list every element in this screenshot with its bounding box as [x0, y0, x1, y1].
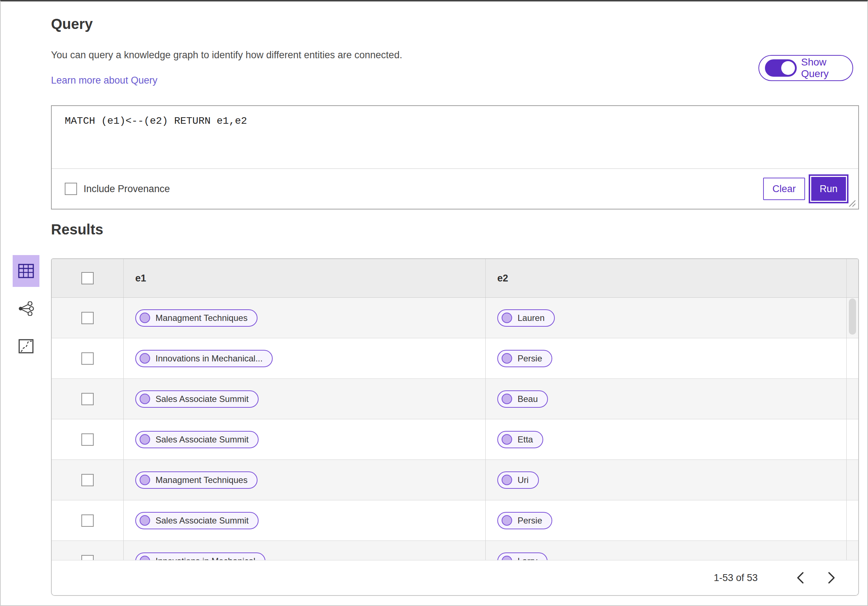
entity-node-icon [502, 353, 512, 364]
entity-pill[interactable]: Larry [497, 552, 547, 560]
next-page-button[interactable] [823, 570, 839, 586]
table-row: Sales Associate Summit Etta [52, 419, 858, 460]
column-header-e1: e1 [135, 273, 146, 284]
graph-view-button[interactable] [12, 293, 39, 325]
entity-pill[interactable]: Innovations in Mechanical [135, 552, 265, 560]
table-header-row: e1 e2 [52, 259, 858, 298]
graph-view-icon [18, 301, 34, 316]
entity-node-icon [140, 515, 150, 526]
entity-pill[interactable]: Innovations in Mechanical... [135, 350, 273, 367]
scrollbar-thumb[interactable] [849, 298, 856, 335]
entity-node-icon [502, 475, 512, 485]
entity-pill[interactable]: Beau [497, 390, 548, 408]
pagination-bar: 1-53 of 53 [52, 560, 858, 595]
query-panel: MATCH (e1)<--(e2) RETURN e1,e2 Include P… [51, 105, 859, 210]
entity-node-icon [140, 434, 150, 444]
include-provenance-label: Include Provenance [84, 183, 170, 195]
entity-node-icon [502, 515, 512, 526]
query-description: You can query a knowledge graph to ident… [51, 50, 402, 61]
query-toolbar: Include Provenance Clear Run [52, 169, 858, 209]
table-view-button[interactable] [12, 255, 39, 287]
query-input[interactable]: MATCH (e1)<--(e2) RETURN e1,e2 [52, 106, 858, 169]
table-row: Managment Techniques Lauren [52, 298, 858, 338]
run-button[interactable]: Run [810, 176, 847, 202]
entity-pill[interactable]: Uri [497, 471, 539, 489]
results-table: e1 e2 Managment Techniques Lauren Innova… [51, 258, 859, 596]
entity-pill[interactable]: Etta [497, 431, 543, 448]
entity-pill[interactable]: Managment Techniques [135, 471, 257, 489]
map-view-button[interactable] [12, 330, 39, 362]
row-checkbox[interactable] [81, 514, 94, 527]
table-row: Sales Associate Summit Persie [52, 500, 858, 541]
previous-page-button[interactable] [792, 570, 808, 586]
show-query-toggle[interactable]: Show Query [758, 55, 853, 81]
entity-node-icon [140, 353, 150, 364]
select-all-checkbox[interactable] [81, 272, 94, 284]
chevron-right-icon [828, 572, 835, 584]
toggle-switch-icon[interactable] [765, 59, 797, 77]
include-provenance-checkbox[interactable] [65, 183, 77, 195]
entity-node-icon [140, 312, 150, 323]
pagination-range: 1-53 of 53 [714, 572, 758, 584]
entity-node-icon [502, 312, 512, 323]
entity-pill[interactable]: Sales Associate Summit [135, 512, 259, 529]
table-view-icon [18, 264, 34, 278]
page-title: Query [51, 16, 93, 32]
row-checkbox[interactable] [81, 434, 94, 446]
entity-node-icon [502, 394, 512, 404]
entity-pill[interactable]: Lauren [497, 309, 555, 327]
chevron-left-icon [797, 572, 804, 584]
entity-pill[interactable]: Sales Associate Summit [135, 431, 259, 448]
query-page: Query You can query a knowledge graph to… [0, 0, 868, 606]
table-row: Innovations in Mechanical... Persie [52, 338, 858, 379]
clear-button[interactable]: Clear [763, 178, 805, 200]
entity-node-icon [502, 556, 512, 560]
learn-more-link[interactable]: Learn more about Query [51, 75, 157, 86]
row-checkbox[interactable] [81, 393, 94, 405]
row-checkbox[interactable] [81, 312, 94, 324]
table-row: Managment Techniques Uri [52, 460, 858, 500]
row-checkbox[interactable] [81, 555, 94, 560]
row-checkbox[interactable] [81, 474, 94, 486]
entity-pill[interactable]: Persie [497, 350, 552, 367]
map-view-icon [19, 339, 34, 353]
table-row: Sales Associate Summit Beau [52, 379, 858, 419]
show-query-label: Show Query [801, 56, 852, 79]
entity-node-icon [502, 434, 512, 444]
column-header-e2: e2 [497, 273, 508, 284]
table-row: Innovations in Mechanical Larry [52, 541, 858, 560]
entity-node-icon [140, 475, 150, 485]
view-switcher [12, 255, 39, 362]
entity-pill[interactable]: Sales Associate Summit [135, 390, 259, 408]
entity-pill[interactable]: Managment Techniques [135, 309, 257, 327]
entity-pill[interactable]: Persie [497, 512, 552, 529]
row-checkbox[interactable] [81, 353, 94, 365]
table-body: Managment Techniques Lauren Innovations … [52, 298, 858, 560]
entity-node-icon [140, 556, 150, 560]
resize-handle-icon[interactable] [848, 199, 856, 207]
results-title: Results [51, 221, 104, 238]
entity-node-icon [140, 394, 150, 404]
